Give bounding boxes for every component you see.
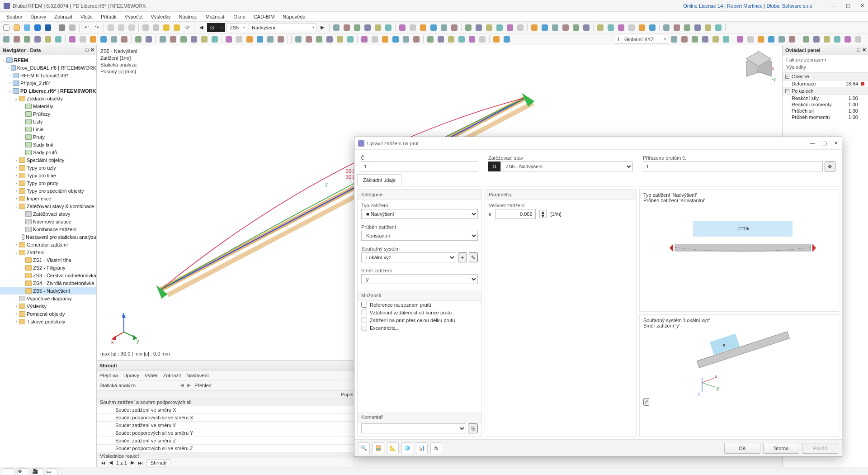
tb1-25-icon[interactable]	[606, 23, 615, 32]
panel-row-deform[interactable]: Deformace18.84	[783, 81, 868, 87]
ok-button[interactable]: OK	[724, 443, 760, 454]
tree-item[interactable]: ›Pomocné objekty	[0, 310, 96, 318]
tree-item[interactable]: Materiály	[0, 102, 96, 110]
tb2d-11-icon[interactable]	[788, 35, 797, 44]
tb1-17-icon[interactable]	[516, 23, 525, 32]
zoom-win-icon[interactable]	[172, 23, 181, 32]
tree-item[interactable]: Linie	[0, 125, 96, 133]
tb1-9-icon[interactable]	[429, 23, 438, 32]
tb2d-2-icon[interactable]	[690, 35, 699, 44]
tree-item[interactable]: ›Výsledky	[0, 302, 96, 310]
menu-výpočet[interactable]: Výpočet	[121, 13, 146, 21]
tree-item[interactable]: ZS2 - Filigrány	[0, 264, 96, 271]
opt-ref-list[interactable]: Reference na seznam prutů	[358, 301, 481, 309]
tb2b-4-icon[interactable]	[200, 35, 209, 44]
tb1-18-icon[interactable]	[530, 23, 539, 32]
zoom-fit-icon[interactable]	[162, 23, 171, 32]
tb2c-9-icon[interactable]	[391, 35, 400, 44]
tb2b-11-icon[interactable]	[276, 35, 285, 44]
dlg-tool-4-icon[interactable]: 🧊	[401, 442, 413, 454]
tree-item[interactable]: Návrhové situace	[0, 218, 96, 225]
tb1-27-icon[interactable]	[627, 23, 636, 32]
tb2c-19-icon[interactable]	[502, 35, 511, 44]
panel-row[interactable]: Reakční síly1.00	[783, 95, 868, 101]
tree-item[interactable]: ZS4 - Ztvrdlá nadbetonávka	[0, 279, 96, 287]
tb2c-4-icon[interactable]	[335, 35, 344, 44]
summary-tab[interactable]: Výběr	[145, 373, 158, 378]
dialog-minimize-icon[interactable]: —	[810, 140, 815, 146]
tb2b-6-icon[interactable]	[224, 35, 233, 44]
tb1-15-icon[interactable]	[495, 23, 504, 32]
dlg-cs-select[interactable]: Lokální xyz	[361, 252, 456, 262]
tb2c-13-icon[interactable]	[436, 35, 445, 44]
close-panel-icon[interactable]: ✕	[862, 47, 866, 53]
panel-row[interactable]: Průběh momentů1.00	[783, 114, 868, 120]
tb2b-7-icon[interactable]	[235, 35, 244, 44]
bot-btn-4[interactable]: ▭	[46, 468, 58, 475]
pager-last-icon[interactable]: ⏭	[138, 460, 143, 466]
refresh-icon[interactable]: ⟳	[183, 23, 192, 32]
menu-zobrazit[interactable]: Zobrazit	[51, 13, 76, 21]
tb2c-6-icon[interactable]	[360, 35, 369, 44]
tb1-26-icon[interactable]	[617, 23, 626, 32]
tb2c-1-icon[interactable]	[304, 35, 313, 44]
summary-tab[interactable]: Nastavení	[186, 373, 209, 378]
pager-first-icon[interactable]: ⏮	[100, 460, 105, 466]
spin-down-icon[interactable]: ▼	[540, 214, 547, 218]
tb2d-7-icon[interactable]	[746, 35, 755, 44]
summary-tab[interactable]: Úpravy	[123, 373, 139, 378]
dlg-dir-select[interactable]: y	[361, 274, 478, 284]
tb1-28-icon[interactable]	[637, 23, 646, 32]
open-icon[interactable]	[12, 23, 21, 32]
cs-new-icon[interactable]: +	[458, 252, 467, 262]
tb2d-6-icon[interactable]	[736, 35, 745, 44]
tb2c-11-icon[interactable]	[412, 35, 421, 44]
saveall-icon[interactable]	[43, 23, 52, 32]
tb1-24-icon[interactable]	[596, 23, 605, 32]
tb2c-10-icon[interactable]	[401, 35, 410, 44]
redo-icon[interactable]: ↷	[92, 23, 101, 32]
dlg-tool-2-icon[interactable]: 🧮	[373, 442, 384, 454]
prev-lc-icon[interactable]: ◀	[197, 23, 206, 32]
tb2a-4-icon[interactable]	[43, 35, 52, 44]
menu-přiřadit[interactable]: Přiřadit	[97, 13, 120, 21]
tree-item[interactable]: ›Typy pro pruty	[0, 179, 96, 187]
tb2c-3-icon[interactable]	[325, 35, 334, 44]
dlg-tool-5-icon[interactable]: 📊	[416, 442, 428, 454]
tb1-33-icon[interactable]	[693, 23, 702, 32]
tree-item[interactable]: ZS5 - Nadvýšení	[0, 287, 96, 294]
tb2a-11-icon[interactable]	[120, 35, 129, 44]
tb1-23-icon[interactable]	[582, 23, 591, 32]
tb1-6-icon[interactable]	[398, 23, 407, 32]
tb2c-2-icon[interactable]	[315, 35, 324, 44]
undo-icon[interactable]: ↶	[82, 23, 91, 32]
tree-item[interactable]: ZS3 - Čerstvá nadbetonávka	[0, 271, 96, 279]
menu-cad-bim[interactable]: CAD-BIM	[250, 13, 278, 21]
menu-vložit[interactable]: Vložit	[77, 13, 96, 21]
tb2a-12-icon[interactable]	[134, 35, 143, 44]
tb2d-4-icon[interactable]	[711, 35, 720, 44]
tree-item[interactable]: Nastavení pro statickou analýzu	[0, 233, 96, 241]
dlg-tool-3-icon[interactable]: 📐	[387, 442, 399, 454]
tb2a-7-icon[interactable]	[78, 35, 87, 44]
tb1-35-icon[interactable]	[714, 23, 723, 32]
tb1-14-icon[interactable]	[485, 23, 494, 32]
tb2c-8-icon[interactable]	[381, 35, 390, 44]
tree-item[interactable]: ›Krov_DLUBAL.rf6 | RFEEM6WORK	[0, 64, 96, 71]
tb2d-14-icon[interactable]	[822, 35, 831, 44]
summary-tab[interactable]: Zobrazit	[163, 373, 181, 378]
tb2b-5-icon[interactable]	[210, 35, 219, 44]
tb1-13-icon[interactable]	[474, 23, 483, 32]
tb2d-5-icon[interactable]	[722, 35, 731, 44]
summary-view-combo[interactable]: Přehled	[194, 383, 267, 388]
tree-item[interactable]: ›Typy pro speciální objekty	[0, 187, 96, 195]
tb2b-9-icon[interactable]	[255, 35, 264, 44]
tree-item[interactable]: Uzly	[0, 118, 96, 125]
eye-icon[interactable]: 👁	[17, 468, 29, 475]
pin-icon[interactable]: □	[857, 47, 860, 53]
tb2d-8-icon[interactable]	[756, 35, 765, 44]
camera-icon[interactable]: 🎥	[32, 468, 43, 475]
close-panel-icon[interactable]: ✕	[90, 47, 94, 53]
tb2a-6-icon[interactable]	[68, 35, 77, 44]
tb2d-10-icon[interactable]	[777, 35, 786, 44]
